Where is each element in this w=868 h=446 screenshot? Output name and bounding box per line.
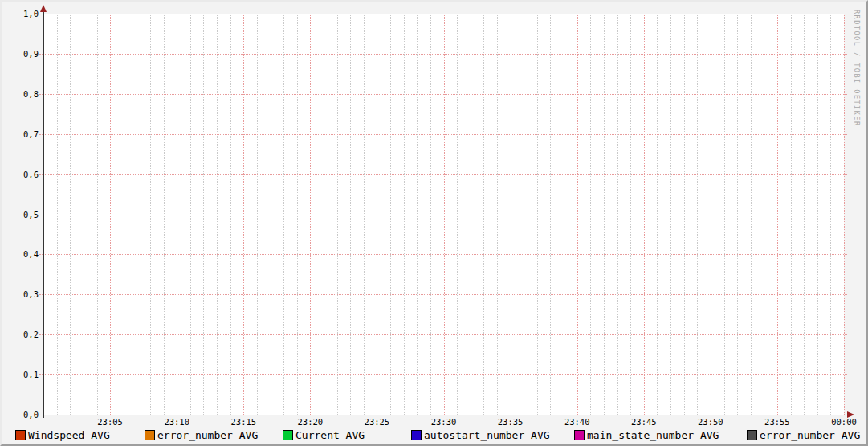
x-tick-label: 23:30 [426,417,462,427]
legend: Windspeed AVGerror_number AVGCurrent AVG… [2,428,868,443]
y-tick-label: 0,2 [10,329,39,339]
y-axis-arrow-icon [40,5,47,12]
y-tick-label: 0,9 [10,49,39,59]
x-tick-label: 23:45 [626,417,662,427]
y-tick-label: 0,4 [10,249,39,259]
legend-swatch-icon [15,430,26,440]
rrdtool-graph: 0,00,10,20,30,40,50,60,70,80,91,0 23:052… [0,0,868,446]
legend-swatch-icon [411,430,422,440]
major-hgridline [39,54,847,55]
legend-item-autostart_number: autostart_number AVG [411,428,550,441]
x-tick-label: 23:50 [693,417,728,427]
x-tick-label: 00:00 [826,417,862,427]
y-tick-label: 0,8 [10,89,39,99]
legend-swatch-icon [283,430,293,440]
y-tick-label: 0,6 [10,170,39,179]
legend-label: error_number AVG [760,429,860,441]
legend-swatch-icon [747,430,757,440]
x-tick-label: 23:25 [359,417,394,427]
y-tick-label: 0,7 [10,129,39,139]
legend-item-error_number_2: error_number AVG [747,428,860,441]
major-hgridline [39,334,847,335]
x-tick-label: 23:35 [493,417,528,427]
legend-label: Windspeed AVG [28,429,110,441]
legend-item-error_number: error_number AVG [145,428,258,441]
y-tick-label: 0,5 [10,210,39,219]
major-hgridline [39,94,847,95]
watermark: RRDTOOL / TOBI OETIKER [853,10,861,127]
x-tick-label: 23:20 [292,417,328,427]
y-tick-label: 0,1 [10,370,39,379]
x-tick-label: 23:10 [159,417,194,427]
major-hgridline [39,374,847,375]
major-hgridline [39,294,847,295]
legend-label: main_state_number AVG [587,429,719,441]
y-tick-label: 1,0 [10,9,39,18]
x-tick-label: 23:40 [560,417,595,427]
x-tick-label: 23:05 [92,417,128,427]
legend-label: error_number AVG [157,429,258,441]
legend-label: Current AVG [295,429,365,441]
x-tick-label: 23:15 [226,417,261,427]
y-tick-label: 0,3 [10,289,39,299]
major-hgridline [39,14,847,14]
major-hgridline [39,254,847,255]
legend-label: autostart_number AVG [424,429,550,441]
legend-swatch-icon [145,430,155,440]
major-hgridline [39,174,847,175]
y-axis-line [43,10,44,418]
y-tick-label: 0,0 [10,410,39,419]
legend-item-Windspeed: Windspeed AVG [15,428,110,441]
major-hgridline [39,134,847,135]
legend-swatch-icon [574,430,585,440]
legend-item-main_state_number: main_state_number AVG [574,428,719,441]
legend-item-Current: Current AVG [283,428,365,441]
x-axis-line [39,415,848,415]
major-hgridline [39,215,847,215]
x-tick-label: 23:55 [760,417,795,427]
